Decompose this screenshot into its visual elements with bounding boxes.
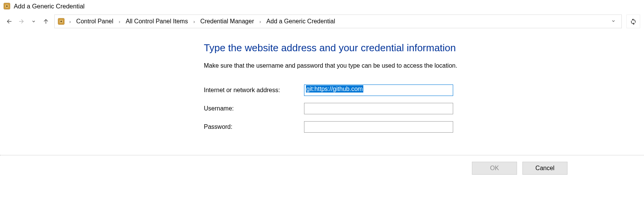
page-subtext: Make sure that the username and password… [204,62,644,69]
ok-button[interactable]: OK [472,162,517,175]
chevron-right-icon: › [67,19,73,24]
page-heading: Type the website address and your creden… [204,42,644,54]
safe-icon [3,2,11,10]
forward-arrow-icon [18,18,25,25]
cancel-button[interactable]: Cancel [522,162,568,175]
refresh-button[interactable] [626,15,640,28]
chevron-down-icon [31,19,36,24]
up-arrow-icon [42,18,49,25]
username-label: Username: [204,105,304,112]
safe-icon [57,17,65,26]
password-label: Password: [204,123,304,130]
password-row: Password: [204,121,644,133]
address-row: Internet or network address: git:https:/… [204,84,644,96]
refresh-icon [630,18,637,25]
address-input[interactable]: git:https://github.com [304,84,453,96]
username-input[interactable] [304,103,453,114]
breadcrumb-control-panel[interactable]: Control Panel [75,17,115,26]
chevron-right-icon: › [191,19,197,24]
main-content: Type the website address and your creden… [0,31,644,155]
chevron-right-icon: › [257,19,263,24]
back-button[interactable] [4,16,15,27]
breadcrumb-all-items[interactable]: All Control Panel Items [124,17,190,26]
up-button[interactable] [41,16,51,27]
breadcrumb-credential-manager[interactable]: Credential Manager [199,17,256,26]
address-bar[interactable]: › Control Panel › All Control Panel Item… [54,15,622,28]
svg-point-2 [6,5,8,7]
breadcrumb-current[interactable]: Add a Generic Credential [265,17,337,26]
window-title: Add a Generic Credential [14,3,85,10]
svg-point-5 [60,21,62,22]
chevron-right-icon: › [116,19,122,24]
back-arrow-icon [6,18,13,25]
password-input[interactable] [304,121,453,133]
username-row: Username: [204,103,644,114]
address-input-value: git:https://github.com [306,85,363,93]
window-titlebar: Add a Generic Credential [0,0,644,12]
chevron-down-icon [611,19,616,23]
footer-buttons: OK Cancel [0,156,644,181]
address-label: Internet or network address: [204,87,304,94]
recent-locations-button[interactable] [28,16,39,27]
forward-button[interactable] [16,16,27,27]
address-dropdown-button[interactable] [608,18,619,24]
navigation-bar: › Control Panel › All Control Panel Item… [0,12,644,31]
